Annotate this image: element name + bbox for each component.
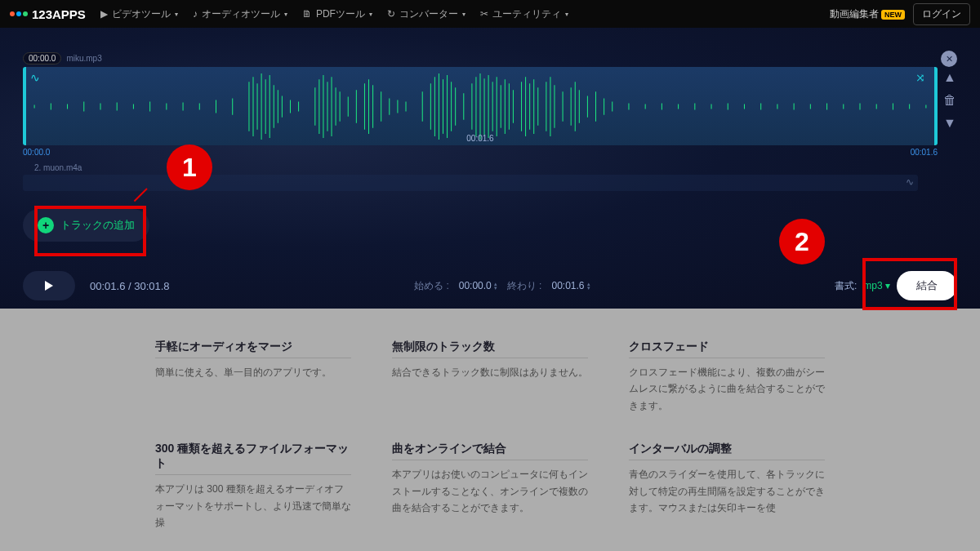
track2-filename: 2. muon.m4a bbox=[23, 163, 938, 172]
feature-item: インターバルの調整青色のスライダーを使用して、各トラックに対して特定の再生間隔を… bbox=[629, 442, 825, 531]
playback-bar: 00:01.6 / 30:01.8 始める : 00:00.0▴▾ 終わり : … bbox=[0, 263, 980, 309]
login-button[interactable]: ログイン bbox=[913, 3, 970, 25]
features-section: 手軽にオーディオをマージ簡単に使える、単一目的のアプリです。 無制限のトラック数… bbox=[0, 309, 980, 551]
annotation-box-2 bbox=[862, 258, 957, 310]
annotation-marker-1: 1 bbox=[167, 144, 212, 190]
annotation-marker-2: 2 bbox=[779, 219, 825, 264]
timeline-ruler: 00:00.0 00:01.6 bbox=[23, 148, 938, 157]
move-up-icon[interactable]: ▲ bbox=[942, 70, 957, 85]
nav-video-tools[interactable]: ▶ ビデオツール ▾ bbox=[100, 7, 178, 21]
video-editor-link[interactable]: 動画編集者 NEW bbox=[830, 7, 905, 21]
feature-item: 曲をオンラインで結合本アプリはお使いのコンピュータに何もインストールすることなく… bbox=[392, 442, 588, 531]
feature-item: 300 種類を超えるファイルフォーマット本アプリは 300 種類を超えるオーディ… bbox=[155, 442, 351, 531]
audio-editor: ✕ 00:00.0 miku.mp3 ∿ ⤨ 00:01.6 bbox=[0, 28, 980, 309]
time-display: 00:01.6 / 30:01.8 bbox=[90, 280, 170, 292]
move-down-icon[interactable]: ▼ bbox=[942, 116, 957, 131]
track1-time-badge: 00:00.0 bbox=[23, 52, 61, 64]
annotation-box-1 bbox=[34, 206, 146, 256]
waveform-duration: 00:01.6 bbox=[466, 134, 493, 143]
play-icon bbox=[45, 281, 53, 291]
logo[interactable]: 123APPS bbox=[10, 7, 86, 21]
feature-item: クロスフェードクロスフェード機能により、複数の曲がシームレスに繋がるように曲を結… bbox=[629, 340, 825, 414]
start-label: 始める : bbox=[414, 279, 449, 293]
end-time-input[interactable]: 00:01.6▴▾ bbox=[551, 280, 590, 291]
feature-item: 手軽にオーディオをマージ簡単に使える、単一目的のアプリです。 bbox=[155, 340, 351, 414]
track1-header: 00:00.0 miku.mp3 bbox=[23, 52, 957, 64]
nav-audio-tools[interactable]: ♪ オーディオツール ▾ bbox=[193, 7, 287, 21]
nav-pdf-tools[interactable]: 🗎 PDFツール ▾ bbox=[302, 7, 372, 21]
end-label: 終わり : bbox=[507, 279, 542, 293]
close-icon[interactable]: ✕ bbox=[941, 51, 957, 67]
track1-filename: miku.mp3 bbox=[66, 54, 101, 63]
new-badge: NEW bbox=[881, 10, 905, 20]
top-navbar: 123APPS ▶ ビデオツール ▾ ♪ オーディオツール ▾ 🗎 PDFツール… bbox=[0, 0, 980, 28]
logo-text: 123APPS bbox=[32, 7, 86, 21]
nav-converter[interactable]: ↻ コンバーター ▾ bbox=[387, 7, 466, 21]
delete-icon[interactable]: 🗑 bbox=[942, 93, 957, 108]
format-label: 書式: bbox=[835, 279, 857, 293]
start-time-input[interactable]: 00:00.0▴▾ bbox=[459, 280, 497, 291]
nav-utility[interactable]: ✂ ユーティリティ ▾ bbox=[480, 7, 568, 21]
waveform-track1[interactable]: ∿ ⤨ 00:01.6 bbox=[23, 67, 938, 145]
waveform-track2[interactable]: ∿ bbox=[23, 175, 918, 191]
play-button[interactable] bbox=[23, 271, 75, 300]
fade-out-icon[interactable]: ∿ bbox=[906, 176, 914, 188]
feature-item: 無制限のトラック数結合できるトラック数に制限はありません。 bbox=[392, 340, 588, 414]
track-side-controls: ▲ 🗑 ▼ bbox=[942, 67, 957, 131]
